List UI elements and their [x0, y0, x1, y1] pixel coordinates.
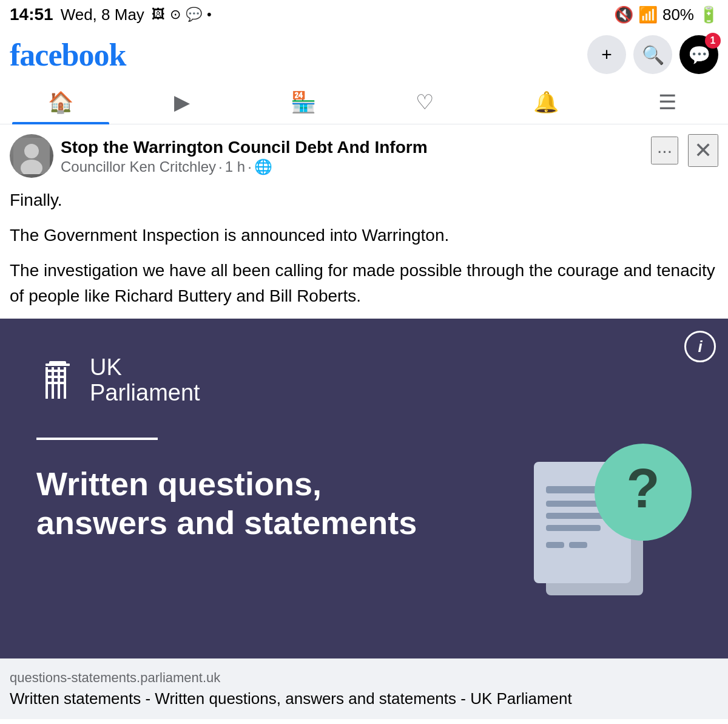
add-button[interactable]: + [587, 35, 626, 74]
post-card: Stop the Warrington Council Debt And Inf… [0, 124, 728, 719]
nav-item-menu[interactable]: ☰ [607, 80, 728, 124]
link-preview-card-title: Written questions, answers and statement… [36, 464, 430, 543]
nav-item-video[interactable]: ▶ [121, 80, 243, 124]
post-header-actions: ··· ✕ [651, 134, 718, 167]
svg-rect-13 [52, 389, 54, 399]
dot-icon: • [207, 7, 212, 22]
parliament-logo: UK Parliament [36, 355, 692, 406]
bell-icon: 🔔 [533, 90, 559, 114]
svg-rect-4 [46, 364, 70, 366]
post-paragraph-2: The Government Inspection is announced i… [10, 223, 718, 248]
svg-rect-14 [58, 389, 60, 399]
wifi-icon: 📶 [638, 5, 658, 24]
facebook-logo: facebook [10, 37, 126, 73]
more-options-button[interactable]: ··· [651, 137, 678, 164]
status-right: 🔇 📶 80% 🔋 [614, 5, 718, 24]
search-icon: 🔍 [642, 44, 664, 66]
title-line1: Written questions, [36, 465, 322, 502]
marketplace-icon: 🏪 [291, 90, 316, 114]
search-button[interactable]: 🔍 [633, 35, 672, 74]
battery-text: 80% [662, 5, 694, 24]
post-content: Finally. The Government Inspection is an… [0, 183, 728, 319]
nav-item-marketplace[interactable]: 🏪 [243, 80, 364, 124]
header-actions: + 🔍 💬 1 [587, 35, 718, 74]
nav-item-notifications[interactable]: 🔔 [485, 80, 607, 124]
status-left: 14:51 Wed, 8 May 🖼 ⊙ 💬 • [10, 5, 212, 24]
parliament-crest [36, 359, 79, 402]
nav-item-home[interactable]: 🏠 [0, 80, 121, 124]
avatar-image [10, 134, 53, 178]
post-paragraph-1: Finally. [10, 188, 718, 213]
svg-rect-9 [46, 370, 66, 372]
svg-point-1 [24, 144, 39, 158]
post-header-left: Stop the Warrington Council Debt And Inf… [10, 134, 428, 178]
messenger-icon: 💬 [186, 7, 202, 22]
avatar-svg [13, 138, 50, 174]
link-footer: questions-statements.parliament.uk Writt… [0, 658, 728, 719]
post-meta: Stop the Warrington Council Debt And Inf… [61, 137, 428, 175]
messenger-icon: 💬 [688, 44, 710, 66]
close-button[interactable]: ✕ [688, 134, 718, 167]
video-icon: ▶ [174, 90, 190, 114]
title-line2: answers and statements [36, 504, 417, 541]
link-footer-title: Written statements - Written questions, … [10, 689, 718, 708]
status-bar: 14:51 Wed, 8 May 🖼 ⊙ 💬 • 🔇 📶 80% 🔋 [0, 0, 728, 29]
link-preview-content: UK Parliament Written questions, answers… [0, 319, 728, 658]
post-author: Councillor Ken Critchley [61, 158, 216, 175]
status-date: Wed, 8 May [61, 5, 144, 24]
parliament-divider [36, 438, 158, 440]
menu-icon: ☰ [658, 90, 676, 114]
svg-rect-12 [46, 389, 48, 399]
separator2: · [248, 158, 252, 175]
facebook-header: facebook + 🔍 💬 1 [0, 29, 728, 80]
status-icons: 🖼 ⊙ 💬 • [152, 7, 212, 22]
post-time: 1 h [225, 158, 245, 175]
privacy-icon [254, 158, 272, 175]
svg-rect-10 [46, 376, 66, 378]
photo-icon: 🖼 [152, 7, 165, 22]
link-preview[interactable]: i [0, 319, 728, 658]
facebook-nav: 🏠 ▶ 🏪 ♡ 🔔 ☰ [0, 80, 728, 124]
link-footer-url: questions-statements.parliament.uk [10, 670, 718, 686]
svg-rect-11 [46, 382, 66, 384]
post-page-name[interactable]: Stop the Warrington Council Debt And Inf… [61, 137, 428, 158]
avatar [10, 134, 53, 178]
mute-icon: 🔇 [614, 5, 633, 24]
battery-icon: 🔋 [699, 5, 718, 24]
home-icon: 🏠 [48, 90, 73, 114]
parliament-name: UK Parliament [90, 355, 200, 406]
messenger-button[interactable]: 💬 1 [679, 35, 718, 74]
post-paragraph-3: The investigation we have all been calli… [10, 258, 718, 309]
status-time: 14:51 [10, 5, 53, 24]
plus-icon: + [601, 44, 612, 65]
heart-icon: ♡ [416, 90, 434, 114]
separator: · [218, 158, 223, 175]
chrome-icon: ⊙ [170, 7, 181, 22]
portcullis-icon [37, 360, 78, 401]
nav-item-dating[interactable]: ♡ [364, 80, 485, 124]
post-header: Stop the Warrington Council Debt And Inf… [0, 124, 728, 183]
post-author-meta: Councillor Ken Critchley · 1 h · [61, 158, 428, 175]
messenger-badge: 1 [705, 33, 721, 49]
svg-rect-15 [64, 389, 66, 399]
